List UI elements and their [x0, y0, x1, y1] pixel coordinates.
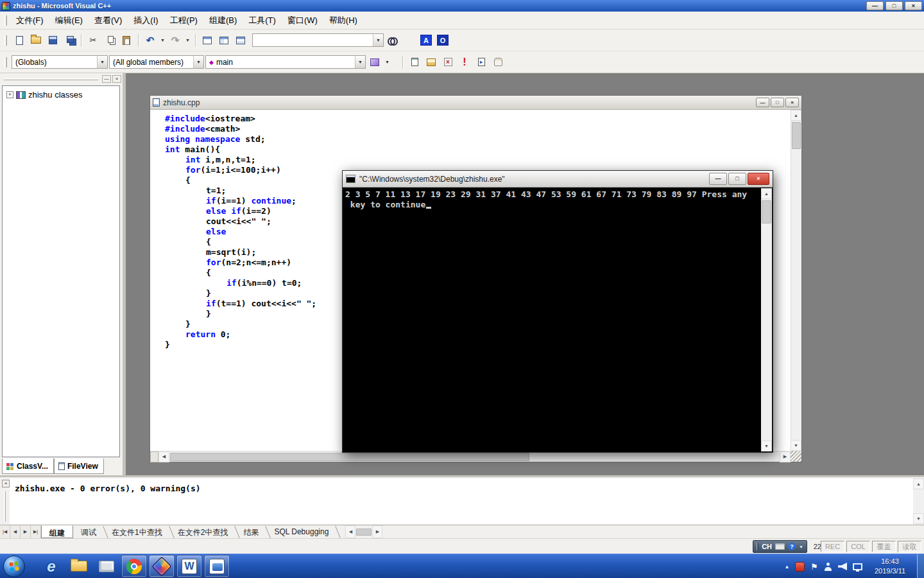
activex-o-button[interactable]: O — [435, 33, 450, 48]
console-text[interactable]: 2 3 5 7 11 13 17 19 23 29 31 37 41 43 47… — [344, 188, 760, 451]
save-button[interactable] — [45, 33, 60, 48]
wizard-actions-dropdown[interactable]: ▼ — [384, 55, 391, 70]
minimize-button[interactable]: — — [866, 1, 884, 10]
splitter-box[interactable] — [150, 451, 158, 462]
taskbar-visual-cpp-button[interactable] — [149, 555, 175, 577]
output-tab[interactable]: 结果 — [235, 525, 266, 538]
output-tab[interactable]: 组建 — [41, 525, 73, 538]
volume-icon[interactable] — [838, 563, 847, 570]
menu-item[interactable]: 工程(P) — [164, 12, 203, 30]
menu-item[interactable]: 帮助(H) — [323, 12, 363, 30]
scroll-up-button[interactable]: ▲ — [791, 110, 801, 121]
scroll-down-button[interactable]: ▼ — [791, 440, 801, 451]
workspace-dock-button[interactable]: — — [102, 75, 111, 83]
taskbar-chrome-button[interactable] — [121, 555, 147, 577]
console-close-button[interactable]: × — [748, 173, 769, 185]
keyboard-icon[interactable] — [775, 543, 785, 550]
menu-grip[interactable] — [4, 15, 7, 26]
open-file-button[interactable] — [28, 33, 44, 48]
workspace-tab-classview[interactable]: ClassV... — [2, 459, 54, 474]
help-icon[interactable]: ? — [788, 543, 796, 550]
output-close-button[interactable]: × — [2, 480, 10, 487]
cut-button[interactable]: ✂ — [85, 33, 101, 48]
members-combobox-arrow[interactable]: ▼ — [193, 56, 203, 68]
stop-build-button[interactable]: × — [440, 55, 456, 70]
output-text-area[interactable]: zhishu.exe - 0 error(s), 0 warning(s) — [10, 478, 913, 524]
scroll-down-button[interactable]: ▼ — [761, 441, 772, 451]
resize-grip[interactable] — [791, 451, 801, 462]
console-titlebar[interactable]: "C:\Windows\system32\Debug\zhishu.exe" —… — [343, 171, 773, 188]
output-tab[interactable]: 调试 — [73, 525, 104, 538]
function-combobox[interactable]: ◆ main ▼ — [205, 55, 366, 69]
scroll-left-button[interactable]: ◀ — [158, 451, 169, 462]
maximize-button[interactable]: □ — [886, 1, 903, 10]
scope-combobox-arrow[interactable]: ▼ — [97, 56, 107, 68]
editor-vertical-scrollbar[interactable]: ▲ ▼ — [791, 110, 801, 451]
tree-item-zhishu-classes[interactable]: + zhishu classes — [3, 86, 119, 100]
taskbar-word-button[interactable]: W — [176, 555, 202, 577]
action-center-flag-icon[interactable]: ⚑ — [810, 562, 818, 572]
scroll-thumb[interactable] — [762, 200, 771, 223]
menu-item[interactable]: 组建(B) — [203, 12, 243, 30]
start-button[interactable] — [3, 556, 25, 577]
scroll-thumb[interactable] — [792, 122, 801, 149]
redo-button[interactable]: ↷ — [167, 33, 183, 48]
scroll-right-button[interactable]: ▶ — [780, 451, 791, 462]
new-file-button[interactable] — [12, 33, 27, 48]
output-tab[interactable]: 在文件2中查找 — [170, 525, 236, 538]
taskbar-pinned-app-button[interactable] — [94, 555, 119, 577]
network-icon[interactable] — [853, 563, 862, 570]
find-in-files-button[interactable] — [385, 33, 400, 48]
tray-user-icon[interactable] — [824, 563, 832, 571]
workspace-toggle-button[interactable] — [200, 33, 215, 48]
language-indicator[interactable]: CH — [762, 543, 772, 550]
menu-item[interactable]: 工具(T) — [243, 12, 282, 30]
output-scrollbar[interactable]: ▲ ▼ — [913, 478, 924, 524]
output-horizontal-scrollbar[interactable]: ◀ ▶ — [345, 525, 382, 538]
tab-last-button[interactable]: ▶| — [31, 525, 41, 538]
taskbar-media-app-button[interactable] — [204, 555, 230, 577]
output-tab[interactable]: 在文件1中查找 — [104, 525, 170, 538]
tab-next-button[interactable]: ▶ — [21, 525, 31, 538]
undo-dropdown-button[interactable]: ▼ — [159, 33, 166, 48]
find-combobox[interactable]: ▼ — [252, 33, 384, 47]
tray-app-icon[interactable] — [795, 562, 805, 572]
language-bar-grip[interactable] — [757, 543, 758, 550]
scroll-right-button[interactable]: ▶ — [372, 525, 382, 538]
compile-button[interactable] — [407, 55, 422, 70]
execute-button[interactable]: ! — [457, 55, 472, 70]
expand-icon[interactable]: + — [6, 91, 13, 98]
function-combobox-arrow[interactable]: ▼ — [355, 56, 365, 68]
scroll-down-button[interactable]: ▼ — [913, 513, 924, 524]
taskbar-explorer-button[interactable] — [66, 555, 92, 577]
editor-titlebar[interactable]: zhishu.cpp — □ × — [150, 96, 801, 110]
members-combobox[interactable]: (All global members) ▼ — [109, 55, 204, 69]
window-list-button[interactable] — [233, 33, 248, 48]
undo-button[interactable]: ↶ — [142, 33, 158, 48]
workspace-tab-fileview[interactable]: FileView — [54, 459, 104, 474]
menu-item[interactable]: 查看(V) — [89, 12, 128, 30]
output-tab[interactable]: SQL Debugging — [266, 525, 336, 538]
taskbar-ie-button[interactable]: e — [38, 555, 64, 577]
editor-restore-button[interactable]: □ — [771, 98, 784, 107]
output-grip[interactable] — [4, 491, 6, 521]
taskbar-clock[interactable]: 16:43 2019/3/11 — [866, 557, 914, 576]
console-scrollbar[interactable]: ▲ ▼ — [761, 188, 772, 451]
editor-minimize-button[interactable]: — — [756, 98, 769, 107]
scope-combobox[interactable]: (Globals) ▼ — [12, 55, 108, 69]
workspace-close-button[interactable]: × — [112, 75, 121, 83]
scroll-left-button[interactable]: ◀ — [345, 525, 355, 538]
menu-item[interactable]: 插入(I) — [128, 12, 164, 30]
menu-item[interactable]: 编辑(E) — [49, 12, 89, 30]
go-button[interactable]: ▸ — [474, 55, 489, 70]
build-button[interactable] — [424, 55, 439, 70]
menu-item[interactable]: 文件(F) — [10, 12, 49, 30]
activex-a-button[interactable]: A — [418, 33, 434, 48]
close-button[interactable]: × — [905, 1, 922, 10]
tab-first-button[interactable]: |◀ — [0, 525, 10, 538]
scroll-up-button[interactable]: ▲ — [761, 188, 772, 199]
editor-close-button[interactable]: × — [785, 98, 799, 107]
breakpoint-button[interactable] — [490, 55, 506, 70]
redo-dropdown-button[interactable]: ▼ — [184, 33, 191, 48]
console-minimize-button[interactable]: — — [709, 173, 727, 185]
